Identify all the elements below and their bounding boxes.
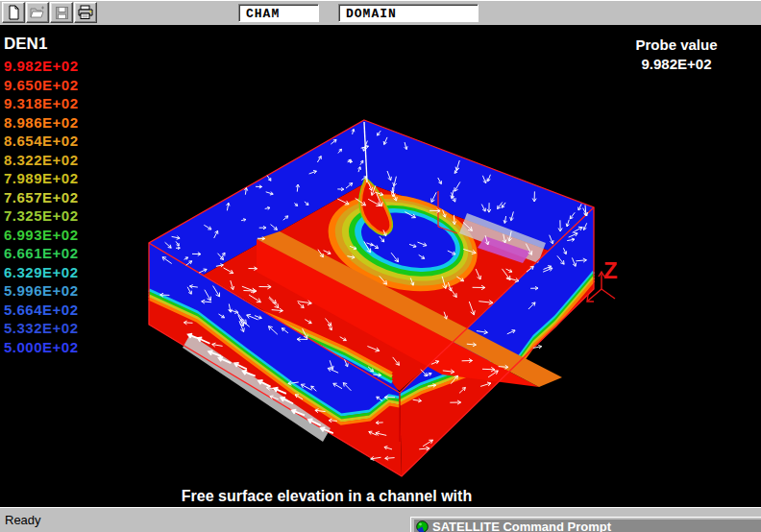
legend-entry: 9.318E+02: [4, 94, 79, 113]
legend-values: 9.982E+029.650E+029.318E+028.986E+028.65…: [4, 57, 79, 356]
cham-input[interactable]: [246, 6, 318, 21]
domain-field-wrap: [338, 4, 479, 22]
print-button[interactable]: [74, 2, 97, 23]
legend-entry: 6.661E+02: [4, 244, 79, 263]
legend-entry: 5.664E+02: [4, 301, 79, 320]
status-message: Ready: [5, 513, 41, 527]
graphics-viewport[interactable]: DEN1 9.982E+029.650E+029.318E+028.986E+0…: [0, 25, 761, 507]
application-window: DEN1 9.982E+029.650E+029.318E+028.986E+0…: [0, 0, 761, 532]
new-file-button[interactable]: [2, 2, 25, 23]
toolbar: [0, 0, 761, 25]
open-folder-icon: [30, 5, 46, 20]
legend-entry: 5.000E+02: [4, 338, 79, 357]
legend-entry: 6.329E+02: [4, 263, 79, 282]
axis-z-label: Z: [603, 257, 618, 283]
legend-entry: 7.989E+02: [4, 169, 79, 188]
probe-value: 9.982E+02: [600, 55, 753, 74]
legend-entry: 5.332E+02: [4, 319, 79, 338]
printer-icon: [77, 5, 94, 20]
3d-scene[interactable]: Z: [0, 25, 761, 507]
legend-entry: 9.650E+02: [4, 76, 79, 95]
legend-variable-name: DEN1: [4, 35, 79, 54]
probe-label: Probe value: [600, 36, 753, 55]
save-file-button[interactable]: [50, 2, 73, 23]
legend-entry: 7.657E+02: [4, 188, 79, 207]
legend-entry: 6.993E+02: [4, 226, 79, 245]
legend-entry: 7.325E+02: [4, 206, 79, 226]
open-file-button[interactable]: [26, 2, 49, 23]
background-window-titlebar[interactable]: SATELLITE Command Prompt: [414, 520, 761, 532]
status-bar: Ready SATELLITE Command Prompt: [0, 507, 761, 532]
save-floppy-icon: [55, 6, 69, 20]
contour-legend: DEN1 9.982E+029.650E+029.318E+028.986E+0…: [4, 35, 79, 356]
new-file-icon: [6, 5, 21, 20]
legend-entry: 8.986E+02: [4, 113, 79, 133]
background-window-title: SATELLITE Command Prompt: [432, 520, 611, 532]
domain-input[interactable]: [346, 6, 478, 21]
legend-entry: 5.996E+02: [4, 281, 79, 301]
cham-field-wrap: [238, 4, 319, 22]
legend-entry: 8.654E+02: [4, 132, 79, 151]
plot-caption: Free surface elevation in a channel with: [0, 488, 653, 505]
satellite-app-icon: [416, 520, 429, 532]
background-window-fragment[interactable]: SATELLITE Command Prompt: [410, 517, 761, 532]
legend-entry: 8.322E+02: [4, 151, 79, 170]
legend-entry: 9.982E+02: [4, 57, 79, 76]
probe-readout: Probe value 9.982E+02: [600, 36, 753, 74]
